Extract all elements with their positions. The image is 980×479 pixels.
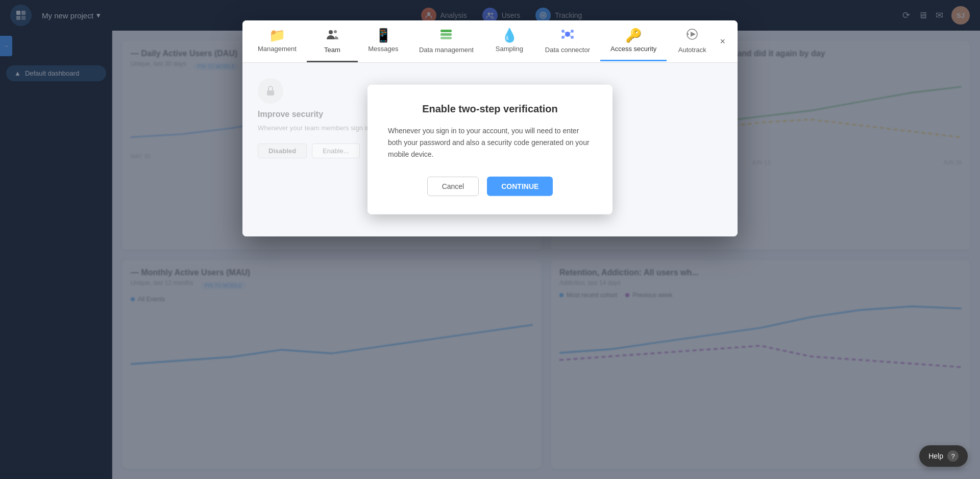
enable-toggle[interactable]: Enable... xyxy=(312,143,359,158)
help-button[interactable]: Help ? xyxy=(919,445,968,467)
disabled-toggle[interactable]: Disabled xyxy=(258,143,307,158)
modal-tab-bar: 📁 Management Team 📱 Messages xyxy=(242,20,738,63)
confirm-actions: Cancel CONTINUE xyxy=(388,177,592,196)
continue-button[interactable]: CONTINUE xyxy=(487,177,553,196)
svg-line-23 xyxy=(569,35,571,36)
modal-close-button[interactable]: × xyxy=(716,34,729,49)
messages-icon: 📱 xyxy=(375,29,391,42)
data-management-icon xyxy=(439,28,453,43)
tab-management[interactable]: 📁 Management xyxy=(248,21,307,61)
svg-line-21 xyxy=(569,32,571,33)
tab-data-connector[interactable]: Data connector xyxy=(535,20,600,62)
svg-point-15 xyxy=(565,32,570,37)
confirm-title: Enable two-step verification xyxy=(388,103,592,115)
svg-point-17 xyxy=(571,30,574,33)
sampling-icon: 💧 xyxy=(501,29,518,42)
svg-rect-14 xyxy=(440,37,452,39)
svg-rect-13 xyxy=(440,33,452,36)
modal-overlay: 📁 Management Team 📱 Messages xyxy=(0,0,980,479)
tab-sampling[interactable]: 💧 Sampling xyxy=(484,21,535,61)
tab-autotrack[interactable]: Autotrack xyxy=(667,20,718,62)
svg-point-10 xyxy=(329,30,333,34)
svg-point-18 xyxy=(561,36,565,39)
tab-team[interactable]: Team xyxy=(307,20,358,62)
autotrack-icon xyxy=(685,28,699,43)
svg-point-19 xyxy=(571,36,574,39)
svg-line-22 xyxy=(565,35,566,36)
svg-marker-25 xyxy=(691,32,696,37)
tab-data-management[interactable]: Data management xyxy=(409,20,484,62)
svg-point-11 xyxy=(334,30,337,33)
access-security-icon: 🔑 xyxy=(625,29,642,42)
help-icon: ? xyxy=(947,450,959,462)
cancel-button[interactable]: Cancel xyxy=(427,177,479,196)
confirm-body: Whenever you sign in to your account, yo… xyxy=(388,125,592,160)
management-icon: 📁 xyxy=(269,29,285,42)
tab-access-security[interactable]: 🔑 Access security xyxy=(600,21,667,61)
confirm-dialog: Enable two-step verification Whenever yo… xyxy=(368,85,612,214)
svg-line-20 xyxy=(565,32,566,33)
svg-rect-12 xyxy=(440,30,452,32)
svg-point-16 xyxy=(561,30,565,33)
tab-messages[interactable]: 📱 Messages xyxy=(358,21,409,61)
data-connector-icon xyxy=(561,28,574,43)
svg-rect-26 xyxy=(267,90,274,95)
lock-icon xyxy=(258,78,283,104)
team-icon xyxy=(326,28,339,43)
